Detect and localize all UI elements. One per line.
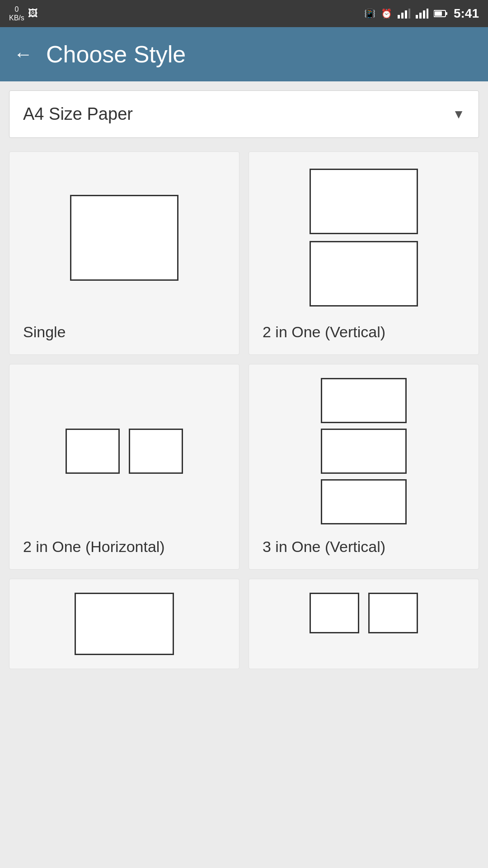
svg-rect-7 (427, 9, 428, 19)
style-preview-2v (263, 165, 465, 310)
paper-size-dropdown[interactable]: A4 Size Paper ▼ (9, 90, 479, 138)
3v-container (321, 378, 407, 524)
time-display: 5:41 (454, 6, 479, 21)
dropdown-arrow-icon: ▼ (452, 107, 465, 122)
partial-2h-rect-right (368, 593, 418, 633)
style-preview-3v (263, 378, 465, 524)
style-label-2v: 2 in One (Vertical) (263, 323, 385, 341)
page-title: Choose Style (46, 41, 186, 68)
2v-rect-top (310, 169, 418, 234)
data-speed: 0KB/s (9, 5, 24, 22)
svg-rect-10 (435, 11, 442, 16)
3v-rect-2 (321, 429, 407, 474)
style-card-3v[interactable]: 3 in One (Vertical) (249, 364, 479, 570)
2h-rect-left (66, 429, 120, 474)
style-preview-single (23, 165, 225, 310)
back-button[interactable]: ← (14, 43, 33, 65)
2v-container (310, 169, 418, 307)
signal1-icon (398, 9, 410, 19)
3v-rect-1 (321, 378, 407, 423)
style-card-single[interactable]: Single (9, 151, 239, 355)
style-card-2v[interactable]: 2 in One (Vertical) (249, 151, 479, 355)
svg-rect-1 (401, 13, 404, 19)
style-label-3v: 3 in One (Vertical) (263, 538, 385, 556)
status-right: 📳 ⏰ 5:41 (364, 6, 479, 21)
2h-container (66, 429, 183, 474)
dropdown-label: A4 Size Paper (23, 104, 133, 124)
partial-single-rect (75, 593, 174, 655)
partial-2h-rect-left (310, 593, 359, 633)
partial-2h-container (310, 593, 418, 633)
single-rect (70, 195, 178, 281)
svg-rect-3 (408, 9, 410, 19)
svg-rect-6 (423, 10, 425, 19)
svg-rect-0 (398, 15, 400, 19)
3v-rect-3 (321, 479, 407, 524)
style-label-2h: 2 in One (Horizontal) (23, 538, 165, 556)
content-area: A4 Size Paper ▼ Single 2 in One (Vertica… (0, 81, 488, 868)
2h-rect-right (129, 429, 183, 474)
battery-icon (434, 9, 448, 18)
style-label-single: Single (23, 323, 66, 341)
alarm-icon: ⏰ (381, 8, 392, 19)
svg-rect-4 (416, 15, 418, 19)
style-card-partial-single[interactable] (9, 579, 239, 669)
signal2-icon (416, 9, 428, 19)
app-bar: ← Choose Style (0, 27, 488, 81)
style-card-2h[interactable]: 2 in One (Horizontal) (9, 364, 239, 570)
image-icon: 🖼 (28, 8, 38, 19)
status-left: 0KB/s 🖼 (9, 5, 38, 22)
style-card-partial-2h[interactable] (249, 579, 479, 669)
vibrate-icon: 📳 (364, 8, 375, 19)
status-bar: 0KB/s 🖼 📳 ⏰ 5:41 (0, 0, 488, 27)
style-grid: Single 2 in One (Vertical) 2 in One (Hor… (9, 151, 479, 669)
svg-rect-5 (419, 13, 422, 19)
2v-rect-bottom (310, 241, 418, 307)
svg-rect-2 (405, 10, 407, 19)
svg-rect-9 (446, 12, 447, 15)
style-preview-2h (23, 378, 225, 524)
